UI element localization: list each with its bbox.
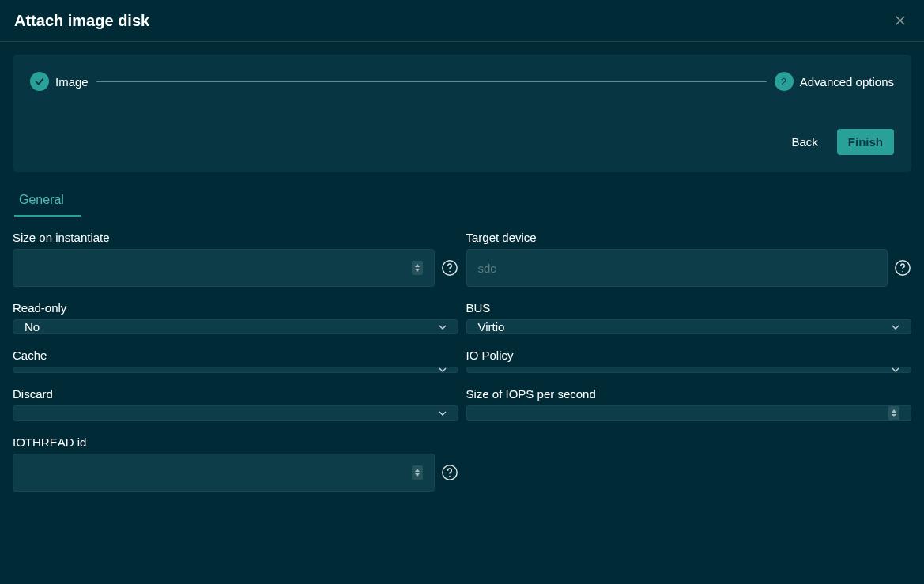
wizard-panel: Image 2 Advanced options Back Finish: [13, 55, 911, 172]
chevron-down-icon: [892, 325, 899, 330]
label-read-only: Read-only: [13, 301, 458, 315]
close-icon: [894, 14, 907, 27]
label-io-policy: IO Policy: [466, 349, 912, 362]
svg-point-3: [902, 271, 903, 273]
label-target-device: Target device: [466, 231, 912, 244]
tab-general[interactable]: General: [14, 185, 81, 217]
field-size-iops: Size of IOPS per second: [466, 387, 912, 421]
number-stepper-icon[interactable]: [888, 406, 899, 420]
input-size-iops-field[interactable]: [478, 406, 889, 420]
chevron-down-icon: [439, 325, 447, 330]
stepper: Image 2 Advanced options: [30, 72, 894, 91]
select-discard[interactable]: [13, 405, 458, 421]
field-iothread-id: IOTHREAD id: [13, 435, 458, 492]
field-bus: BUS Virtio: [466, 301, 912, 334]
wizard-actions: Back Finish: [30, 129, 894, 155]
chevron-down-icon: [439, 367, 447, 372]
back-button[interactable]: Back: [780, 129, 828, 155]
finish-button[interactable]: Finish: [837, 129, 894, 155]
step-connector: [96, 81, 767, 82]
input-size-on-instantiate-field[interactable]: [25, 250, 412, 286]
select-cache[interactable]: [13, 367, 458, 373]
field-io-policy: IO Policy: [466, 349, 912, 373]
input-iothread-id-field[interactable]: [25, 454, 412, 491]
input-size-iops[interactable]: [466, 405, 912, 421]
help-icon[interactable]: [441, 464, 458, 481]
input-target-device-field[interactable]: [478, 250, 877, 286]
input-size-on-instantiate[interactable]: [13, 249, 435, 287]
help-icon[interactable]: [894, 259, 911, 277]
chevron-down-icon: [892, 367, 899, 372]
field-size-on-instantiate: Size on instantiate: [13, 231, 458, 287]
check-icon: [30, 72, 49, 91]
select-read-only-value: No: [25, 320, 40, 333]
label-iothread-id: IOTHREAD id: [13, 435, 458, 449]
svg-point-1: [449, 271, 451, 273]
dialog-header: Attach image disk: [0, 0, 924, 42]
chevron-down-icon: [439, 411, 447, 416]
field-read-only: Read-only No: [13, 301, 458, 334]
help-icon[interactable]: [441, 259, 458, 277]
select-read-only[interactable]: No: [13, 319, 458, 334]
select-bus-value: Virtio: [478, 320, 505, 333]
select-io-policy[interactable]: [466, 367, 912, 373]
svg-point-5: [449, 476, 451, 477]
label-discard: Discard: [13, 387, 458, 401]
step-number-badge: 2: [775, 72, 794, 91]
label-bus: BUS: [466, 301, 912, 315]
input-iothread-id[interactable]: [13, 454, 435, 492]
field-target-device: Target device: [466, 231, 912, 287]
label-cache: Cache: [13, 349, 458, 362]
tabs: General: [0, 185, 924, 217]
dialog-title: Attach image disk: [14, 12, 149, 30]
step-image-label: Image: [55, 75, 89, 89]
input-target-device[interactable]: [466, 249, 888, 287]
label-size-on-instantiate: Size on instantiate: [13, 231, 458, 244]
step-advanced-options[interactable]: 2 Advanced options: [775, 72, 894, 91]
field-cache: Cache: [13, 349, 458, 373]
form-grid: Size on instantiate Target device: [0, 217, 924, 506]
number-stepper-icon[interactable]: [412, 261, 423, 275]
select-bus[interactable]: Virtio: [466, 319, 912, 334]
close-button[interactable]: [891, 11, 910, 30]
step-image[interactable]: Image: [30, 72, 89, 91]
number-stepper-icon[interactable]: [412, 465, 423, 480]
field-discard: Discard: [13, 387, 458, 421]
label-size-iops: Size of IOPS per second: [466, 387, 912, 401]
step-advanced-label: Advanced options: [800, 75, 894, 89]
